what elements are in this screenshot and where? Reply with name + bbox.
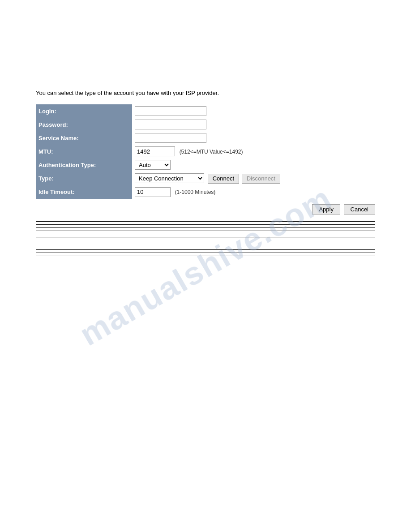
divider-section bbox=[36, 221, 375, 256]
password-input[interactable] bbox=[135, 120, 206, 129]
thin-divider-2 bbox=[36, 227, 375, 228]
settings-form: Login: Password: Service Name: MTU: (512… bbox=[36, 104, 375, 199]
password-row: Password: bbox=[36, 118, 375, 131]
thin-divider-6 bbox=[36, 249, 375, 250]
mtu-hint: (512<=MTU Value<=1492) bbox=[180, 149, 243, 155]
mtu-row: MTU: (512<=MTU Value<=1492) bbox=[36, 145, 375, 158]
connect-button[interactable]: Connect bbox=[208, 174, 239, 184]
service-name-input[interactable] bbox=[135, 133, 206, 143]
thin-divider-3 bbox=[36, 231, 375, 231]
type-select[interactable]: Keep Connection Connect on Demand Manual bbox=[135, 173, 204, 183]
mtu-input[interactable] bbox=[135, 146, 175, 156]
thin-divider-1 bbox=[36, 224, 375, 225]
service-name-input-cell bbox=[132, 131, 375, 145]
thin-divider-7 bbox=[36, 253, 375, 253]
login-input[interactable] bbox=[135, 106, 206, 116]
password-label: Password: bbox=[36, 118, 132, 131]
thin-divider-4 bbox=[36, 234, 375, 234]
password-input-cell bbox=[132, 118, 375, 131]
idle-timeout-input-cell: (1-1000 Minutes) bbox=[132, 185, 375, 199]
thin-divider-8 bbox=[36, 256, 375, 256]
auth-type-label: Authentication Type: bbox=[36, 158, 132, 172]
auth-type-row: Authentication Type: Auto PAP CHAP bbox=[36, 158, 375, 172]
thick-divider-1 bbox=[36, 221, 375, 222]
idle-timeout-input[interactable] bbox=[135, 187, 171, 197]
service-name-label: Service Name: bbox=[36, 131, 132, 145]
apply-button[interactable]: Apply bbox=[312, 204, 340, 215]
thin-divider-5 bbox=[36, 237, 375, 237]
idle-timeout-row: Idle Timeout: (1-1000 Minutes) bbox=[36, 185, 375, 199]
disconnect-button[interactable]: Disconnect bbox=[242, 174, 280, 184]
type-row: Type: Keep Connection Connect on Demand … bbox=[36, 172, 375, 185]
auth-type-select[interactable]: Auto PAP CHAP bbox=[135, 160, 171, 170]
idle-timeout-hint: (1-1000 Minutes) bbox=[175, 189, 216, 195]
action-buttons: Apply Cancel bbox=[36, 204, 375, 215]
type-label: Type: bbox=[36, 172, 132, 185]
page-description: You can select the type of the account y… bbox=[36, 90, 375, 96]
idle-timeout-label: Idle Timeout: bbox=[36, 185, 132, 199]
mtu-input-cell: (512<=MTU Value<=1492) bbox=[132, 145, 375, 158]
service-name-row: Service Name: bbox=[36, 131, 375, 145]
type-input-cell: Keep Connection Connect on Demand Manual… bbox=[132, 172, 375, 185]
mtu-label: MTU: bbox=[36, 145, 132, 158]
login-row: Login: bbox=[36, 104, 375, 118]
auth-type-input-cell: Auto PAP CHAP bbox=[132, 158, 375, 172]
login-input-cell bbox=[132, 104, 375, 118]
cancel-button[interactable]: Cancel bbox=[344, 204, 375, 215]
login-label: Login: bbox=[36, 104, 132, 118]
